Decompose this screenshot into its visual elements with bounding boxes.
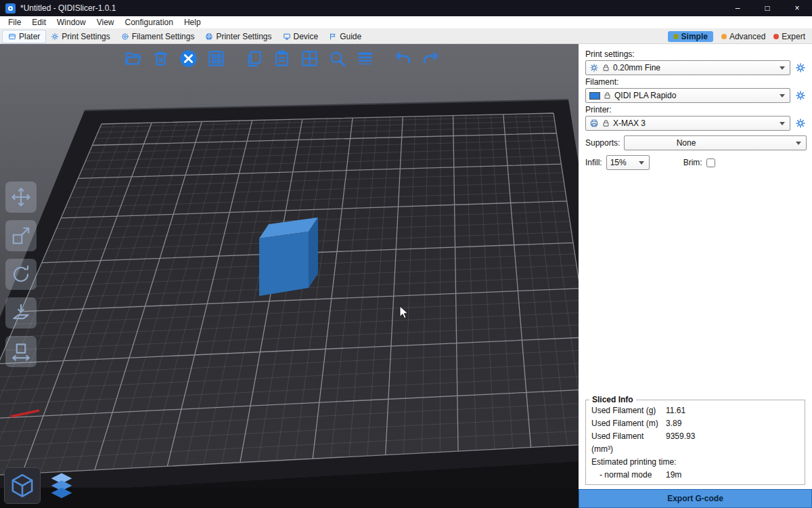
- sliced-info-row: - normal mode 19m: [586, 469, 805, 482]
- undo-button[interactable]: [392, 47, 413, 69]
- tab-label: Plater: [19, 32, 40, 41]
- delete-all-icon: [179, 49, 198, 68]
- supports-combo[interactable]: None: [624, 135, 807, 150]
- measure-button[interactable]: [5, 336, 37, 367]
- tab-label: Filament Settings: [132, 32, 195, 41]
- redo-button[interactable]: [420, 47, 441, 69]
- menu-file[interactable]: File: [3, 17, 26, 28]
- brim-checkbox[interactable]: [706, 158, 715, 167]
- viewport-toolbar: [122, 47, 441, 69]
- minimize-button[interactable]: –: [723, 0, 752, 16]
- paste-icon: [273, 49, 291, 68]
- move-button[interactable]: [5, 182, 37, 213]
- printer-label: Printer:: [585, 105, 807, 114]
- split-to-objects-icon: [300, 49, 319, 68]
- tab-plater[interactable]: Plater: [3, 30, 45, 43]
- estimated-time-header: Estimated printing time:: [586, 456, 805, 469]
- infill-combo[interactable]: 15%: [606, 155, 650, 170]
- monitor-icon: [283, 33, 291, 41]
- tab-print-settings[interactable]: Print Settings: [45, 30, 115, 43]
- tab-device[interactable]: Device: [277, 30, 324, 43]
- close-button[interactable]: ×: [782, 0, 812, 16]
- filament-value: QIDI PLA Rapido: [614, 91, 676, 100]
- menu-configuration[interactable]: Configuration: [120, 17, 179, 28]
- tab-filament-settings[interactable]: Filament Settings: [116, 30, 200, 43]
- maximize-button[interactable]: □: [752, 0, 782, 16]
- tab-guide[interactable]: Guide: [323, 30, 367, 43]
- lock-icon: [602, 119, 610, 127]
- filament-edit-button[interactable]: [794, 89, 807, 102]
- dropdown-caret-icon: [780, 66, 785, 70]
- model-cube[interactable]: [259, 217, 318, 296]
- print-settings-combo[interactable]: 0.20mm Fine: [585, 60, 790, 75]
- cube-view-icon: [9, 472, 36, 499]
- infill-label: Infill:: [585, 158, 602, 167]
- tab-label: Print Settings: [62, 32, 110, 41]
- split-button[interactable]: [298, 47, 320, 69]
- dropdown-caret-icon: [780, 122, 785, 125]
- filament-combo[interactable]: QIDI PLA Rapido: [585, 88, 790, 103]
- export-gcode-button[interactable]: Export G-code: [579, 489, 812, 508]
- tab-label: Guide: [340, 32, 361, 41]
- editor-view-button[interactable]: [4, 467, 41, 504]
- mode-simple[interactable]: Simple: [668, 31, 713, 42]
- guide-icon: [329, 33, 337, 41]
- scene-3d[interactable]: [0, 44, 579, 508]
- mode-label: Expert: [782, 32, 805, 41]
- gear-icon: [795, 62, 806, 73]
- lock-icon: [604, 91, 611, 100]
- printer-edit-button[interactable]: [794, 117, 807, 129]
- scale-button[interactable]: [5, 220, 37, 251]
- filament-icon: [121, 33, 129, 41]
- sliced-info-row: Used Filament (mm³) 9359.93: [586, 430, 805, 456]
- si-label: - normal mode: [591, 469, 666, 482]
- menu-window[interactable]: Window: [51, 17, 91, 28]
- place-on-face-icon: [11, 303, 31, 323]
- app-window: *Untitled - QIDISlicer-1.0.1 – □ × File …: [0, 0, 812, 508]
- sliced-info-row: Used Filament (m) 3.89: [586, 417, 805, 430]
- filament-color-swatch: [589, 92, 600, 100]
- lock-icon: [602, 64, 610, 72]
- printer-combo[interactable]: X-MAX 3: [585, 116, 790, 131]
- menu-help[interactable]: Help: [179, 17, 206, 28]
- print-settings-label: Print settings:: [585, 49, 807, 59]
- print-settings-edit-button[interactable]: [794, 62, 807, 74]
- variable-layer-height-button[interactable]: [354, 47, 376, 69]
- si-value: 3.89: [666, 417, 799, 430]
- copy-button[interactable]: [243, 47, 265, 69]
- view-switcher: [4, 467, 80, 504]
- measure-icon: [11, 341, 31, 362]
- delete-button[interactable]: [150, 47, 171, 69]
- search-button[interactable]: [326, 47, 348, 69]
- preview-button[interactable]: [43, 467, 80, 504]
- supports-value: None: [677, 138, 696, 148]
- mode-advanced[interactable]: Advanced: [721, 32, 765, 41]
- rotate-button[interactable]: [5, 259, 37, 290]
- plater-icon: [8, 33, 16, 41]
- si-label: Used Filament (m): [591, 417, 666, 430]
- delete-all-button[interactable]: [177, 47, 199, 69]
- place-on-face-button[interactable]: [5, 297, 37, 329]
- si-value: 19m: [666, 469, 799, 482]
- gear-icon: [795, 90, 806, 101]
- menu-edit[interactable]: Edit: [26, 17, 51, 28]
- menu-bar: File Edit Window View Configuration Help: [0, 16, 812, 29]
- viewport-3d[interactable]: [0, 44, 579, 508]
- preset-gear-icon: [589, 63, 599, 72]
- supports-label: Supports:: [585, 138, 620, 148]
- move-icon: [11, 187, 31, 207]
- si-value: 9359.93: [666, 430, 799, 456]
- print-settings-value: 0.20mm Fine: [613, 63, 660, 72]
- arrange-button[interactable]: [205, 47, 227, 69]
- open-button[interactable]: [122, 47, 143, 69]
- menu-view[interactable]: View: [91, 17, 120, 28]
- infill-value: 15%: [610, 158, 627, 167]
- build-plate: [0, 113, 579, 478]
- mode-expert[interactable]: Expert: [773, 32, 805, 41]
- paste-button[interactable]: [271, 47, 292, 69]
- trash-delete-icon: [152, 49, 170, 68]
- tab-printer-settings[interactable]: Printer Settings: [200, 30, 277, 43]
- redo-icon: [422, 49, 440, 68]
- layers-icon: [356, 49, 374, 68]
- app-icon: [5, 3, 16, 14]
